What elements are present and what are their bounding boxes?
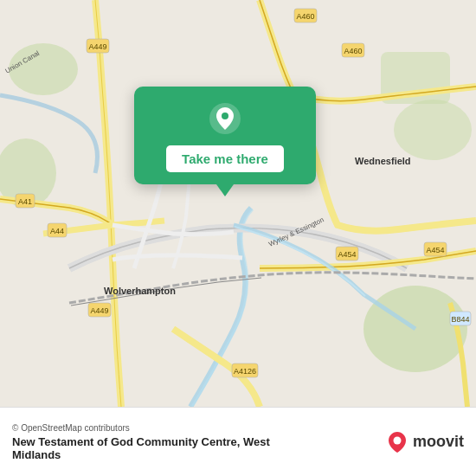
- bottom-info-bar: © OpenStreetMap contributors New Testame…: [0, 407, 476, 476]
- svg-point-17: [222, 113, 228, 119]
- road-label-a44: A44: [50, 227, 64, 235]
- svg-point-2: [9, 43, 78, 95]
- area-label-wolverhampton: Wolverhampton: [104, 286, 176, 296]
- svg-point-18: [393, 436, 401, 444]
- svg-point-5: [394, 100, 472, 160]
- road-label-a460-n: A460: [296, 12, 314, 21]
- moovit-logo: moovit: [385, 430, 464, 454]
- road-label-a449-s: A449: [90, 306, 108, 315]
- road-label-b844: B844: [451, 315, 469, 324]
- road-label-a4126: A4126: [234, 367, 256, 376]
- location-popup: Take me there: [134, 87, 316, 184]
- osm-attribution: © OpenStreetMap contributors: [12, 423, 306, 433]
- area-label-wednesfield: Wednesfield: [355, 156, 411, 166]
- moovit-brand-text: moovit: [413, 433, 464, 451]
- road-label-a454-e: A454: [338, 250, 356, 259]
- road-label-a454-w: A454: [426, 246, 444, 254]
- road-label-a460-m: A460: [344, 47, 362, 55]
- take-me-there-button[interactable]: Take me there: [166, 145, 284, 172]
- road-label-a449-n: A449: [88, 42, 106, 51]
- location-pin-icon: [209, 102, 241, 135]
- road-label-a41: A41: [18, 197, 32, 206]
- location-info: © OpenStreetMap contributors New Testame…: [12, 423, 306, 461]
- map-view: A460 A460 A449 A449 A41 A44 A454 A454 A4…: [0, 0, 476, 407]
- location-title: New Testament of God Community Centre, W…: [12, 435, 306, 461]
- moovit-pin-icon: [385, 430, 409, 454]
